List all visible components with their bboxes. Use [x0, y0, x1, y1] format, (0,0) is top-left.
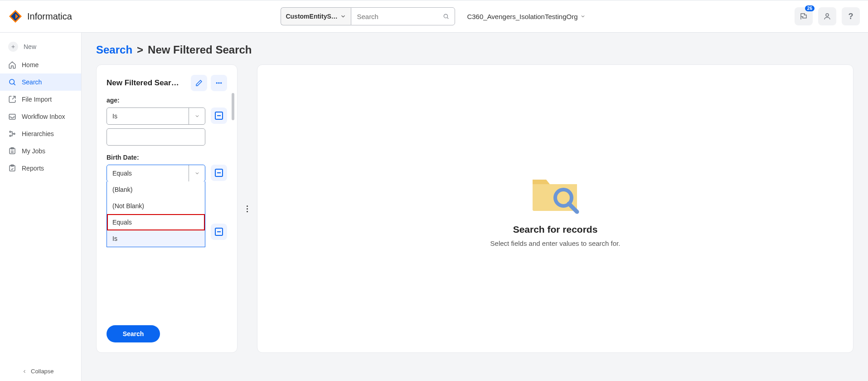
sidebar-item-file-import[interactable]: File Import: [0, 91, 81, 108]
remove-icon: [215, 112, 223, 120]
sidebar-item-home[interactable]: Home: [0, 56, 81, 73]
sidebar-item-reports[interactable]: Reports: [0, 160, 81, 177]
brand-name: Informatica: [27, 11, 72, 22]
chevron-down-icon: [189, 165, 205, 181]
panel-resize-handle[interactable]: [247, 64, 248, 353]
help-button[interactable]: ?: [842, 7, 860, 25]
breadcrumb-separator: >: [137, 44, 143, 56]
age-operator-select[interactable]: Is: [107, 107, 205, 125]
home-icon: [8, 61, 16, 69]
svg-point-20: [218, 83, 220, 84]
svg-point-10: [10, 131, 11, 132]
results-panel: Search for records Select fields and ent…: [257, 64, 853, 353]
birthdate-operator-dropdown: (Blank) (Not Blank) Equals Is: [107, 181, 205, 247]
birthdate-operator-value: Equals: [107, 170, 189, 177]
sidebar-item-label: Reports: [22, 165, 44, 172]
chevron-down-icon: [189, 108, 205, 124]
sidebar-item-new[interactable]: New: [0, 37, 81, 56]
results-empty-subtitle: Select fields and enter values to search…: [490, 239, 621, 247]
folder-search-icon: [528, 171, 582, 216]
sidebar-collapse[interactable]: Collapse: [0, 361, 81, 381]
hierarchy-icon: [8, 130, 16, 138]
inbox-icon: [8, 112, 16, 121]
search-icon: [8, 78, 16, 86]
edit-title-button[interactable]: [191, 75, 207, 91]
field-label-age: age:: [107, 97, 227, 104]
sidebar-item-label: New: [24, 43, 36, 50]
svg-point-8: [10, 79, 15, 84]
birthdate-operator-select[interactable]: Equals: [107, 165, 205, 182]
dropdown-option-is[interactable]: Is: [107, 230, 205, 247]
svg-line-9: [14, 83, 15, 85]
breadcrumb-current: New Filtered Search: [148, 44, 252, 56]
remove-icon: [215, 169, 223, 177]
field-label-birthdate: Birth Date:: [107, 154, 227, 161]
more-actions-button[interactable]: [211, 75, 227, 91]
remove-birthdate-filter-button[interactable]: [211, 165, 227, 181]
global-search-input[interactable]: [357, 13, 443, 20]
chevron-left-icon: [22, 369, 27, 374]
sidebar-item-label: Search: [22, 78, 42, 86]
remove-icon: [215, 228, 223, 236]
sidebar-item-label: My Jobs: [22, 147, 45, 155]
user-icon: [823, 12, 831, 20]
sidebar-item-label: Home: [22, 61, 39, 68]
flag-icon: [800, 12, 808, 20]
dropdown-option-equals[interactable]: Equals: [107, 214, 205, 230]
svg-line-4: [447, 18, 449, 19]
user-menu-button[interactable]: [818, 7, 836, 25]
sidebar-item-label: File Import: [22, 96, 52, 103]
svg-point-11: [10, 135, 11, 137]
sidebar-item-my-jobs[interactable]: My Jobs: [0, 142, 81, 160]
sidebar-item-label: Workflow Inbox: [22, 113, 65, 120]
org-switcher[interactable]: C360_Avengers_IsolationTestingOrg: [467, 13, 586, 20]
chevron-down-icon: [580, 14, 586, 19]
jobs-icon: [8, 147, 16, 155]
notification-badge: 26: [805, 5, 815, 11]
age-operator-value: Is: [107, 112, 189, 120]
remove-age-filter-button[interactable]: [211, 107, 227, 124]
svg-point-12: [14, 133, 15, 135]
question-icon: ?: [848, 12, 853, 21]
breadcrumb: Search > New Filtered Search: [96, 44, 853, 56]
filter-panel-title: New Filtered Sear…: [107, 78, 187, 88]
search-button[interactable]: Search: [107, 325, 160, 342]
svg-point-5: [826, 14, 829, 16]
dots-horizontal-icon: [215, 79, 223, 87]
collapse-label: Collapse: [31, 368, 54, 375]
search-icon: [443, 12, 449, 21]
entity-select-label: CustomEntityS…: [286, 13, 337, 20]
pencil-icon: [195, 79, 203, 87]
global-search[interactable]: [351, 7, 455, 25]
svg-point-19: [216, 83, 218, 84]
sidebar-item-label: Hierarchies: [22, 130, 54, 137]
import-icon: [8, 95, 16, 103]
dropdown-option-not-blank[interactable]: (Not Blank): [107, 198, 205, 214]
notifications-button[interactable]: 26: [795, 7, 813, 25]
sidebar-item-search[interactable]: Search: [0, 73, 81, 91]
svg-point-3: [444, 14, 448, 18]
org-name: C360_Avengers_IsolationTestingOrg: [467, 13, 577, 20]
informatica-logo-icon: [8, 9, 23, 24]
dropdown-option-blank[interactable]: (Blank): [107, 181, 205, 198]
plus-icon: [8, 42, 18, 52]
entity-select[interactable]: CustomEntityS…: [281, 7, 351, 25]
results-empty-title: Search for records: [513, 224, 598, 235]
sidebar-item-workflow-inbox[interactable]: Workflow Inbox: [0, 108, 81, 125]
svg-point-21: [220, 83, 222, 84]
age-value-input[interactable]: [107, 128, 205, 146]
breadcrumb-root[interactable]: Search: [96, 44, 132, 56]
remove-filter-button-secondary[interactable]: [211, 224, 227, 240]
sidebar-item-hierarchies[interactable]: Hierarchies: [0, 125, 81, 142]
filter-panel: New Filtered Sear… age: Is: [96, 64, 238, 353]
chevron-down-icon: [340, 13, 346, 20]
reports-icon: [8, 164, 16, 172]
scrollbar[interactable]: [232, 93, 234, 120]
